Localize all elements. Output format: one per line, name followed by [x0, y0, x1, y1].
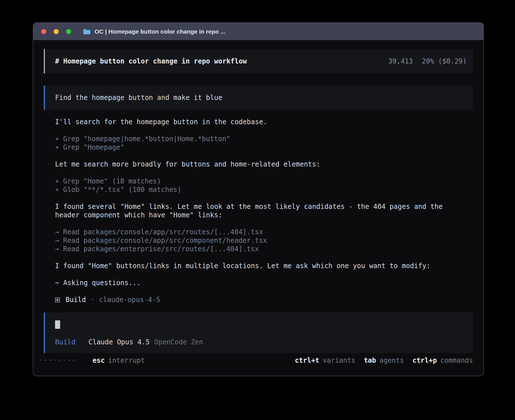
assistant-text: I found several "Home" links. Let me loo… — [55, 202, 456, 219]
model-provider-label: OpenCode Zen — [154, 338, 203, 346]
ctrl-p-key-label: ctrl+p — [413, 356, 437, 365]
tool-call-line: ∗ Grep "Home" (18 matches) — [55, 177, 456, 185]
read-file-line: → Read packages/console/app/src/routes/[… — [55, 228, 456, 236]
agent-model: claude-opus-4-5 — [99, 296, 160, 304]
assistant-text: I'll search for the homepage button in t… — [55, 118, 456, 126]
hint-commands: ctrl+p commands — [413, 356, 473, 365]
assistant-transcript: I'll search for the homepage button in t… — [44, 118, 473, 304]
ctrl-t-key-label: ctrl+t — [295, 356, 319, 365]
hint-variants: ctrl+t variants — [295, 356, 355, 365]
commands-label: commands — [440, 356, 473, 365]
window-titlebar: OC | Homepage button color change in rep… — [33, 23, 483, 40]
zoom-button[interactable] — [66, 29, 71, 34]
window-title: OC | Homepage button color change in rep… — [95, 28, 225, 35]
agent-name: Build — [66, 296, 86, 304]
asterisk-icon: ∗ — [55, 177, 59, 185]
tool-call-text: Grep "homepage|home.*button|Home.*button… — [63, 135, 230, 143]
arrow-right-icon: → — [55, 236, 59, 245]
arrow-right-icon: → — [55, 245, 59, 253]
variants-label: variants — [323, 356, 355, 365]
read-file-text: Read packages/console/app/src/routes/[..… — [63, 228, 263, 236]
tool-call-line: ∗ Grep "homepage|home.*button|Home.*butt… — [55, 135, 456, 143]
read-file-text: Read packages/console/app/src/component/… — [63, 236, 267, 245]
spinner-dots: ········ — [39, 356, 76, 365]
session-title: # Homepage button color change in repo w… — [55, 57, 247, 65]
assistant-text: Let me search more broadly for buttons a… — [55, 160, 456, 169]
asterisk-icon: ∗ — [55, 143, 59, 152]
input-meta: Build Claude Opus 4.5 OpenCode Zen — [55, 338, 463, 346]
folder-icon — [83, 29, 91, 35]
status-bar: ········ esc interrupt ctrl+t variants t… — [44, 356, 473, 365]
separator-dot: · — [90, 296, 94, 304]
agent-icon — [55, 298, 60, 302]
terminal-window: OC | Homepage button color change in rep… — [33, 22, 484, 376]
traffic-lights — [41, 29, 71, 34]
arrow-right-icon: → — [55, 228, 59, 236]
hint-interrupt: esc interrupt — [93, 356, 145, 365]
agent-mode-label[interactable]: Build — [55, 338, 75, 346]
asterisk-icon: ∗ — [55, 135, 59, 143]
read-file-line: → Read packages/enterprise/src/routes/[.… — [55, 245, 456, 253]
session-stats: 39,413 20% ($0.29) — [388, 57, 467, 65]
asterisk-icon: ∗ — [55, 185, 59, 194]
interrupt-label: interrupt — [108, 356, 145, 365]
esc-key-label: esc — [93, 356, 105, 365]
tool-call-text: Grep "Home" (18 matches) — [63, 177, 161, 185]
tab-key-label: tab — [364, 356, 376, 365]
agent-status-line: Build · claude-opus-4-5 — [55, 296, 456, 304]
hint-agents: tab agents — [364, 356, 404, 365]
tool-call-line: ∗ Grep "Homepage" — [55, 143, 456, 152]
text-cursor — [55, 320, 60, 329]
agents-label: agents — [379, 356, 404, 365]
read-file-text: Read packages/enterprise/src/routes/[...… — [63, 245, 259, 253]
user-message-text: Find the homepage button and make it blu… — [55, 93, 222, 102]
context-usage: 20% ($0.29) — [422, 57, 467, 65]
minimize-button[interactable] — [54, 29, 59, 34]
read-file-line: → Read packages/console/app/src/componen… — [55, 236, 456, 245]
working-status: ~ Asking questions... — [55, 279, 456, 287]
tool-call-line: ∗ Glob "**/*.tsx" (100 matches) — [55, 185, 456, 194]
tool-call-text: Glob "**/*.tsx" (100 matches) — [63, 185, 181, 194]
assistant-text: I found "Home" buttons/links in multiple… — [55, 262, 456, 270]
session-header: # Homepage button color change in repo w… — [44, 49, 473, 73]
prompt-input[interactable]: Build Claude Opus 4.5 OpenCode Zen — [44, 312, 473, 353]
close-button[interactable] — [41, 29, 46, 34]
terminal-content: # Homepage button color change in repo w… — [33, 40, 483, 376]
tool-call-text: Grep "Homepage" — [63, 143, 124, 152]
user-message: Find the homepage button and make it blu… — [44, 86, 473, 110]
model-name-label: Claude Opus 4.5 — [88, 338, 150, 346]
token-count: 39,413 — [388, 57, 413, 65]
